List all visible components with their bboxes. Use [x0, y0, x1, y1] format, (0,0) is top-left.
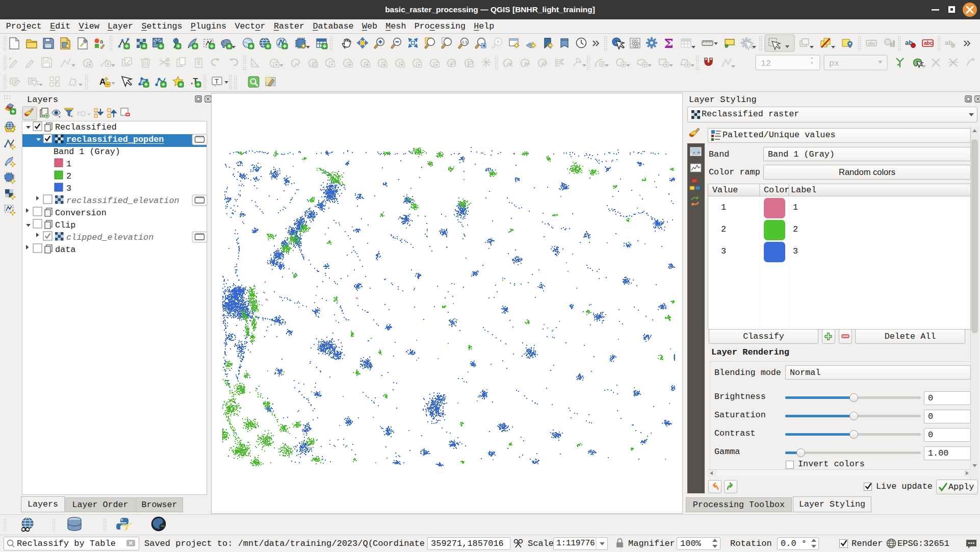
svg-text:T: T [215, 78, 219, 85]
svg-text:ε: ε [77, 109, 80, 117]
svg-text:a: a [100, 38, 104, 44]
svg-text:abc: abc [868, 41, 876, 46]
svg-text:12: 12 [761, 59, 771, 68]
svg-text:px: px [829, 59, 839, 68]
svg-text:abc: abc [924, 40, 933, 46]
svg-text:1:1: 1:1 [462, 40, 467, 44]
svg-text:A: A [99, 77, 106, 87]
